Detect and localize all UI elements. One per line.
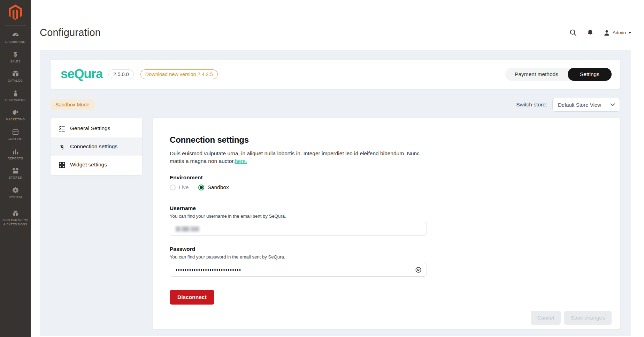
- here-link[interactable]: here.: [235, 158, 247, 164]
- magento-admin-app: DASHBOARD $ SALES CATALOG CUSTOMERS MARK…: [0, 0, 644, 337]
- settings-nav: General Settings Connection settings Wid…: [51, 118, 142, 175]
- sidebar-item-label: STORES: [9, 176, 22, 180]
- sidebar-item-label: SALES: [10, 60, 21, 64]
- password-helper: You can find your password in the email …: [170, 254, 603, 260]
- password-masked-value: •••••••••••••••••••••••••••••: [176, 267, 242, 273]
- radio-sandbox-label: Sandbox: [207, 184, 229, 190]
- tab-settings[interactable]: Settings: [568, 68, 612, 81]
- username-helper: You can find your username in the email …: [170, 214, 603, 219]
- magento-logo[interactable]: [0, 0, 31, 24]
- sidebar-item-label: DASHBOARD: [5, 40, 25, 44]
- panel-heading: Connection settings: [170, 135, 603, 145]
- radio-live-circle: [170, 185, 176, 190]
- sandbox-mode-badge: Sandbox Mode: [51, 99, 94, 110]
- username-value-redacted: [176, 226, 199, 232]
- save-changes-button[interactable]: Save changes: [564, 311, 612, 325]
- sidebar-item-find-partners-extensions[interactable]: FIND PARTNERS & EXTENSIONS: [0, 206, 31, 230]
- nav-item-general-settings[interactable]: General Settings: [51, 119, 142, 137]
- configuration-content: seQura 2.5.0.0 Download new version 2.4.…: [40, 50, 631, 336]
- topbar-actions: Admin: [569, 29, 631, 37]
- chevron-down-icon: [610, 103, 615, 106]
- checklist-icon: [58, 125, 66, 132]
- system-gear-icon: [12, 187, 19, 194]
- sequra-logo: seQura: [61, 67, 102, 82]
- admin-menu[interactable]: Admin: [603, 29, 631, 36]
- tab-payment-methods[interactable]: Payment methods: [505, 68, 568, 81]
- sales-dollar-icon: $: [14, 51, 17, 58]
- cancel-button[interactable]: Cancel: [531, 311, 561, 325]
- settings-body: General Settings Connection settings Wid…: [51, 118, 620, 329]
- environment-field: Environment Live Sandbox: [170, 174, 603, 190]
- username-field: Username You can find your username in t…: [170, 205, 603, 236]
- extensions-brick-icon: [12, 210, 19, 217]
- password-field: Password You can find your password in t…: [170, 246, 603, 277]
- widget-grid-icon: [58, 161, 66, 168]
- sidebar-item-label: MARKETING: [6, 118, 25, 122]
- download-new-version-link[interactable]: Download new version 2.4.2.5: [140, 69, 218, 79]
- password-input[interactable]: •••••••••••••••••••••••••••••: [170, 263, 427, 277]
- reports-barchart-icon: [12, 148, 19, 155]
- admin-username: Admin: [613, 30, 626, 35]
- sidebar-item-marketing[interactable]: MARKETING: [0, 105, 31, 125]
- content-layout-icon: [12, 128, 19, 136]
- radio-sandbox-circle: [198, 185, 204, 190]
- sidebar-item-sales[interactable]: $ SALES: [0, 47, 31, 67]
- sidebar-item-content[interactable]: CONTENT: [0, 125, 31, 144]
- sidebar-item-reports[interactable]: REPORTS: [0, 144, 31, 164]
- store-switch: Switch store: Default Store View: [516, 98, 620, 112]
- dashboard-gauge-icon: [12, 31, 19, 39]
- chevron-down-icon: [628, 32, 631, 34]
- sidebar-item-customers[interactable]: CUSTOMERS: [0, 86, 31, 106]
- marketing-megaphone-icon: [12, 109, 19, 116]
- password-label: Password: [170, 246, 603, 252]
- sidebar-item-label: REPORTS: [8, 157, 23, 161]
- notifications-bell-icon[interactable]: [586, 29, 594, 36]
- environment-radio-group: Live Sandbox: [170, 184, 603, 190]
- sidebar-item-system[interactable]: SYSTEM: [0, 183, 31, 203]
- sidebar-item-catalog[interactable]: CATALOG: [0, 67, 31, 86]
- plugin-tab-group: Payment methods Settings: [505, 68, 612, 81]
- radio-live[interactable]: Live: [170, 184, 189, 190]
- version-badge: 2.5.0.0: [108, 69, 133, 79]
- magento-logo-icon: [9, 5, 22, 20]
- sidebar-item-label: SYSTEM: [9, 195, 22, 200]
- toolbar-row: Sandbox Mode Switch store: Default Store…: [51, 98, 620, 112]
- sequra-plugin-header: seQura 2.5.0.0 Download new version 2.4.…: [51, 60, 620, 89]
- panel-description: Duis euismod vulputate urna, in aliquet …: [170, 150, 424, 165]
- username-input[interactable]: [170, 222, 427, 236]
- catalog-box-icon: [12, 70, 19, 77]
- store-view-selected-value: Default Store View: [558, 102, 601, 108]
- stores-storefront-icon: [12, 167, 19, 174]
- username-label: Username: [170, 205, 603, 211]
- magento-sidebar: DASHBOARD $ SALES CATALOG CUSTOMERS MARK…: [0, 0, 31, 337]
- customers-person-icon: [12, 90, 19, 97]
- nav-item-label: General Settings: [70, 125, 110, 132]
- connection-settings-panel: Connection settings Duis euismod vulputa…: [153, 118, 620, 329]
- disconnect-button[interactable]: Disconnect: [170, 290, 214, 305]
- environment-label: Environment: [170, 174, 603, 181]
- nav-item-label: Connection settings: [70, 143, 117, 150]
- radio-sandbox[interactable]: Sandbox: [198, 184, 229, 190]
- sidebar-item-label: FIND PARTNERS & EXTENSIONS: [1, 218, 29, 226]
- show-password-eye-icon[interactable]: [414, 265, 422, 274]
- plug-icon: [58, 143, 66, 150]
- sidebar-item-label: CONTENT: [8, 137, 23, 141]
- sidebar-item-dashboard[interactable]: DASHBOARD: [0, 28, 31, 47]
- sidebar-item-stores[interactable]: STORES: [0, 164, 31, 183]
- nav-item-label: Widget settings: [70, 162, 107, 168]
- sidebar-item-label: CUSTOMERS: [5, 98, 25, 103]
- search-icon[interactable]: [569, 29, 577, 37]
- nav-item-widget-settings[interactable]: Widget settings: [51, 156, 142, 174]
- page-title: Configuration: [40, 27, 101, 38]
- sidebar-divider: [5, 25, 26, 26]
- sidebar-item-label: CATALOG: [8, 79, 23, 83]
- switch-store-label: Switch store:: [516, 102, 547, 108]
- admin-topbar: Configuration Admin: [31, 0, 644, 50]
- sidebar-divider: [5, 204, 26, 204]
- admin-avatar-icon: [603, 29, 610, 36]
- panel-footer-actions: Cancel Save changes: [531, 311, 612, 325]
- radio-live-label: Live: [179, 184, 189, 190]
- store-view-select[interactable]: Default Store View: [552, 98, 620, 112]
- nav-item-connection-settings[interactable]: Connection settings: [51, 137, 142, 156]
- description-text: Duis euismod vulputate urna, in aliquet …: [170, 150, 420, 164]
